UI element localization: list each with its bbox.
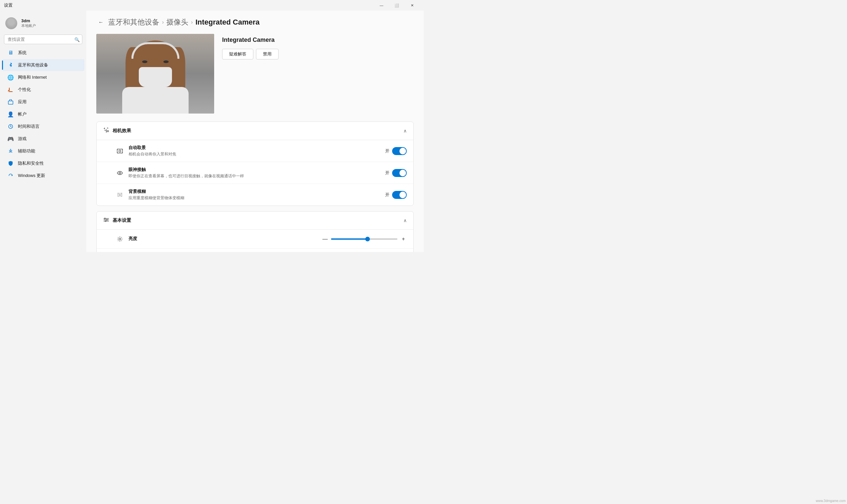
effects-section: 相机效果 ∧ 自动取景 相机会自动将你入景和对 [96, 122, 414, 206]
brightness-icon [115, 234, 125, 244]
eye-contact-icon [115, 168, 125, 178]
privacy-icon [7, 160, 14, 167]
sidebar-item-apps[interactable]: 应用 [2, 96, 84, 108]
sidebar-item-label: 帐户 [18, 111, 26, 117]
sidebar-item-label: 系统 [18, 50, 26, 56]
basic-section-header[interactable]: 基本设置 ∧ [96, 212, 413, 230]
bg-blur-status: 开 [385, 192, 390, 198]
effects-header-left: 相机效果 [103, 127, 131, 134]
breadcrumb-item-1[interactable]: 蓝牙和其他设备 [108, 17, 159, 27]
user-info: 3dm 本地账户 [21, 18, 36, 28]
bg-blur-control: 开 [385, 191, 407, 199]
maximize-button[interactable]: ⬜ [389, 0, 404, 11]
brightness-minus[interactable]: — [322, 236, 328, 242]
auto-framing-row: 自动取景 相机会自动将你入景和对焦 开 [96, 140, 413, 162]
svg-line-36 [121, 237, 122, 237]
brightness-title: 亮度 [128, 236, 322, 242]
titlebar-controls: — ⬜ ✕ [374, 0, 420, 11]
auto-framing-title: 自动取景 [128, 145, 385, 151]
svg-point-25 [105, 218, 106, 219]
svg-line-33 [118, 237, 118, 237]
camera-info: Integrated Camera 疑难解答 禁用 [222, 34, 278, 113]
svg-point-26 [107, 219, 108, 220]
brightness-control: — + [322, 236, 407, 242]
effects-title: 相机效果 [112, 128, 131, 134]
minimize-button[interactable]: — [374, 0, 389, 11]
breadcrumb-item-2[interactable]: 摄像头 [166, 17, 188, 27]
basic-icon [103, 217, 109, 224]
accessibility-icon [7, 148, 14, 155]
svg-rect-0 [8, 91, 13, 92]
disable-button[interactable]: 禁用 [256, 49, 278, 59]
sidebar-item-label: 辅助功能 [18, 148, 35, 154]
sidebar-item-system[interactable]: 🖥 系统 [2, 47, 84, 59]
camera-actions: 疑难解答 禁用 [222, 49, 278, 59]
svg-point-6 [107, 130, 109, 132]
titlebar-title: 设置 [4, 2, 13, 8]
search-box: 🔍 [4, 35, 82, 44]
effects-icon [103, 127, 109, 134]
camera-name: Integrated Camera [222, 37, 278, 43]
auto-framing-toggle[interactable] [392, 147, 407, 155]
apps-icon [7, 98, 14, 105]
titlebar-left: 设置 [4, 2, 13, 8]
eye-contact-desc: 即使你正在查看屏幕，也可进行目视接触，就像在视频通话中一样 [128, 173, 385, 179]
search-input[interactable] [4, 35, 82, 44]
main-panel: ← 蓝牙和其他设备 › 摄像头 › Integrated Camera [86, 11, 424, 252]
basic-header-left: 基本设置 [103, 217, 131, 224]
sidebar-item-label: 隐私和安全性 [18, 160, 44, 166]
troubleshoot-button[interactable]: 疑难解答 [222, 49, 253, 59]
eye-contact-control: 开 [385, 169, 407, 177]
contrast-row: 对比度 — + [96, 249, 413, 252]
sidebar-item-privacy[interactable]: 隐私和安全性 [2, 157, 84, 169]
accounts-icon: 👤 [7, 111, 14, 118]
titlebar: 设置 — ⬜ ✕ [0, 0, 424, 11]
svg-line-35 [118, 240, 118, 241]
svg-rect-7 [117, 149, 123, 153]
bg-blur-text: 背景模糊 应用重度模糊使背景物体变模糊 [128, 188, 385, 201]
sidebar-item-gaming[interactable]: 🎮 游戏 [2, 133, 84, 145]
sidebar-item-network[interactable]: 🌐 网络和 Internet [2, 71, 84, 83]
eye-contact-row: 眼神接触 即使你正在查看屏幕，也可进行目视接触，就像在视频通话中一样 开 [96, 162, 413, 184]
sidebar-item-label: 应用 [18, 99, 26, 105]
gaming-icon: 🎮 [7, 136, 14, 142]
sidebar-item-label: 游戏 [18, 136, 26, 142]
personalize-icon [7, 86, 14, 93]
auto-framing-icon [115, 146, 125, 156]
auto-framing-status: 开 [385, 148, 390, 154]
main-content: 3dm 本地账户 🔍 🖥 系统 蓝牙和其他设备 [0, 11, 424, 252]
back-button[interactable]: ← [96, 18, 106, 27]
brightness-slider[interactable] [331, 238, 397, 240]
sidebar-item-personalize[interactable]: 个性化 [2, 84, 84, 96]
brightness-text: 亮度 [128, 236, 322, 242]
basic-title: 基本设置 [112, 217, 131, 223]
user-subtitle: 本地账户 [21, 23, 36, 28]
update-icon [7, 172, 14, 179]
sidebar-item-accessibility[interactable]: 辅助功能 [2, 145, 84, 157]
basic-section: 基本设置 ∧ [96, 211, 414, 252]
bg-blur-toggle[interactable] [392, 191, 407, 199]
sidebar-item-bluetooth[interactable]: 蓝牙和其他设备 [2, 59, 84, 71]
eye-contact-toggle[interactable] [392, 169, 407, 177]
sidebar-item-update[interactable]: Windows 更新 [2, 170, 84, 182]
eye-contact-title: 眼神接触 [128, 167, 385, 173]
sidebar-item-accounts[interactable]: 👤 帐户 [2, 108, 84, 120]
breadcrumb: ← 蓝牙和其他设备 › 摄像头 › Integrated Camera [96, 17, 414, 27]
close-button[interactable]: ✕ [404, 0, 420, 11]
brightness-plus[interactable]: + [400, 236, 407, 242]
camera-image [96, 34, 214, 113]
svg-point-8 [119, 150, 121, 152]
bg-blur-desc: 应用重度模糊使背景物体变模糊 [128, 195, 385, 201]
network-icon: 🌐 [7, 74, 14, 81]
time-icon [7, 123, 14, 130]
effects-section-header[interactable]: 相机效果 ∧ [96, 122, 413, 140]
auto-framing-control: 开 [385, 147, 407, 155]
sidebar-item-label: Windows 更新 [18, 173, 45, 179]
sidebar-item-time[interactable]: 时间和语言 [2, 121, 84, 132]
user-name: 3dm [21, 18, 36, 23]
breadcrumb-current: Integrated Camera [196, 18, 260, 26]
auto-framing-text: 自动取景 相机会自动将你入景和对焦 [128, 145, 385, 157]
svg-rect-3 [8, 101, 13, 104]
svg-point-5 [10, 149, 11, 150]
svg-point-9 [119, 172, 121, 174]
